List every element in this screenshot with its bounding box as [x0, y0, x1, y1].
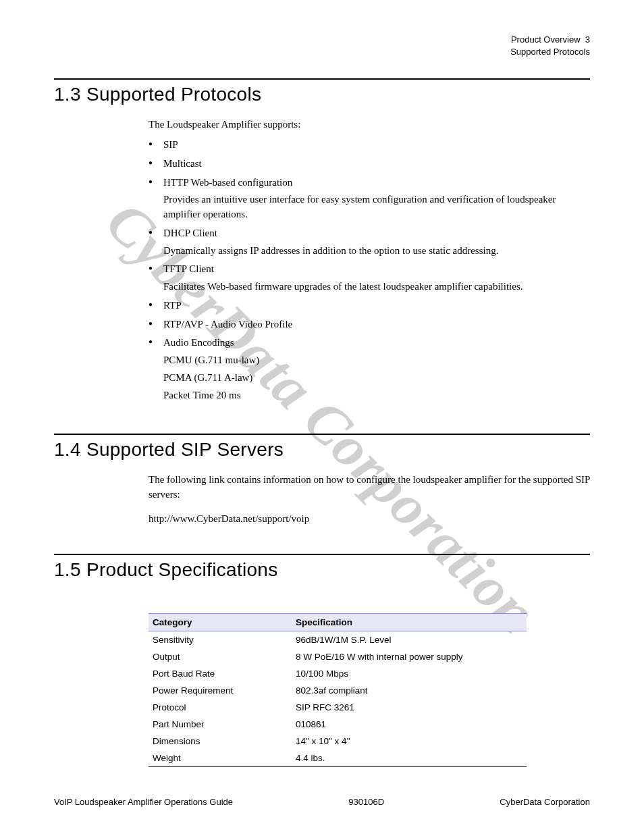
spec-category: Part Number: [149, 716, 292, 733]
table-row: Part Number010861: [149, 716, 527, 733]
spec-category: Dimensions: [149, 733, 292, 750]
protocol-description: Dynamically assigns IP addresses in addi…: [163, 244, 590, 259]
section-divider: [54, 78, 590, 80]
protocol-label: RTP/AVP - Audio Video Profile: [163, 317, 590, 332]
table-row: Port Baud Rate10/100 Mbps: [149, 665, 527, 682]
protocol-description: Facilitates Web-based firmware upgrades …: [163, 280, 590, 294]
protocol-list-item: RTP: [149, 298, 590, 313]
running-header-section: Supported Protocols: [54, 46, 590, 58]
heading-supported-protocols: 1.3 Supported Protocols: [54, 84, 590, 105]
spec-category: Output: [149, 648, 292, 665]
table-row: Dimensions14" x 10" x 4": [149, 733, 527, 750]
protocol-label: RTP: [163, 298, 590, 313]
spec-category: Sensitivity: [149, 631, 292, 648]
protocol-label: HTTP Web-based configuration: [163, 176, 590, 190]
spec-value: 8 W PoE/16 W with internal power supply: [292, 648, 527, 665]
spec-value: 4.4 lbs.: [292, 750, 527, 767]
protocol-list-item: TFTP ClientFacilitates Web-based firmwar…: [149, 262, 590, 294]
intro-text: The Loudspeaker Amplifier supports:: [149, 118, 590, 132]
protocol-label: DHCP Client: [163, 226, 590, 241]
table-row: Sensitivity96dB/1W/1M S.P. Level: [149, 631, 527, 648]
heading-supported-sip-servers: 1.4 Supported SIP Servers: [54, 439, 590, 461]
sip-servers-link[interactable]: http://www.CyberData.net/support/voip: [149, 513, 309, 524]
spec-value: SIP RFC 3261: [292, 699, 527, 716]
running-header: Product Overview 3 Supported Protocols: [54, 34, 590, 58]
protocol-subline: PCMU (G.711 mu-law): [163, 353, 590, 368]
spec-value: 96dB/1W/1M S.P. Level: [292, 631, 527, 648]
col-header-category: Category: [149, 613, 292, 631]
protocol-description: Provides an intuitive user interface for…: [163, 192, 590, 222]
col-header-specification: Specification: [292, 613, 527, 631]
section-divider: [54, 554, 590, 555]
header-page-number: 3: [585, 34, 590, 45]
page-footer: VoIP Loudspeaker Amplifier Operations Gu…: [54, 797, 590, 807]
spec-category: Protocol: [149, 699, 292, 716]
protocol-list-item: DHCP ClientDynamically assigns IP addres…: [149, 226, 590, 259]
table-row: Weight4.4 lbs.: [149, 750, 527, 767]
protocol-label: Multicast: [163, 157, 590, 172]
section-13-body: The Loudspeaker Amplifier supports: SIPM…: [149, 118, 590, 402]
table-row: Power Requirement802.3af compliant: [149, 682, 527, 699]
footer-company: CyberData Corporation: [500, 797, 590, 807]
page-container: Product Overview 3 Supported Protocols 1…: [0, 0, 644, 834]
table-header-row: Category Specification: [149, 613, 527, 631]
section-divider: [54, 434, 590, 435]
table-row: Output8 W PoE/16 W with internal power s…: [149, 648, 527, 665]
protocol-list-item: SIP: [149, 138, 590, 153]
spec-category: Weight: [149, 750, 292, 767]
protocol-subline: PCMA (G.711 A-law): [163, 371, 590, 386]
spec-category: Power Requirement: [149, 682, 292, 699]
table-row: ProtocolSIP RFC 3261: [149, 699, 527, 716]
protocol-label: TFTP Client: [163, 262, 590, 277]
spec-category: Port Baud Rate: [149, 665, 292, 682]
header-chapter-title: Product Overview: [511, 34, 581, 45]
protocol-list-item: Audio EncodingsPCMU (G.711 mu-law)PCMA (…: [149, 336, 590, 402]
section-14-body: The following link contains information …: [149, 473, 590, 526]
protocol-list-item: RTP/AVP - Audio Video Profile: [149, 317, 590, 332]
protocol-label: Audio Encodings: [163, 336, 590, 350]
spec-value: 10/100 Mbps: [292, 665, 527, 682]
protocol-list-item: HTTP Web-based configurationProvides an …: [149, 176, 590, 222]
protocol-label: SIP: [163, 138, 590, 153]
running-header-chapter: Product Overview 3: [54, 34, 590, 46]
spec-value: 802.3af compliant: [292, 682, 527, 699]
specifications-table: Category Specification Sensitivity96dB/1…: [149, 613, 527, 767]
heading-product-specifications: 1.5 Product Specifications: [54, 559, 590, 581]
footer-doc-title: VoIP Loudspeaker Amplifier Operations Gu…: [54, 797, 233, 807]
spec-value: 010861: [292, 716, 527, 733]
protocol-list: SIPMulticastHTTP Web-based configuration…: [149, 138, 590, 402]
sip-servers-paragraph: The following link contains information …: [149, 473, 590, 502]
footer-doc-number: 930106D: [348, 797, 384, 807]
spec-value: 14" x 10" x 4": [292, 733, 527, 750]
protocol-list-item: Multicast: [149, 157, 590, 172]
protocol-subline: Packet Time 20 ms: [163, 388, 590, 403]
